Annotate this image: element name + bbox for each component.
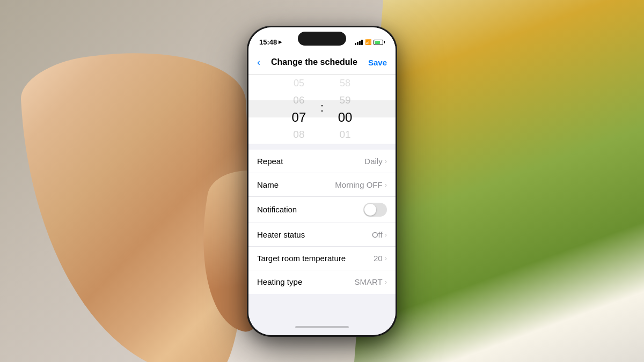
wifi-icon: 📶 [365,39,371,45]
target-temperature-value: 20 › [374,254,387,263]
phone-container: 15:48 ▶ 📶 [247,26,397,337]
target-temperature-label: Target room temperature [257,254,346,263]
heater-status-row[interactable]: Heater status Off › [248,223,396,247]
notification-toggle[interactable] [363,203,387,217]
name-row[interactable]: Name Morning OFF › [248,173,396,197]
signal-bar-2 [357,42,358,45]
navigation-bar: ‹ Change the schedule Save [248,51,396,75]
back-button[interactable]: ‹ [257,57,260,68]
minute-01: 01 [324,126,367,143]
name-label: Name [257,180,279,189]
signal-bar-1 [355,43,356,45]
phone-body: 15:48 ▶ 📶 [247,26,397,337]
minute-58: 58 [324,75,367,92]
repeat-value: Daily › [364,157,387,166]
page-title: Change the schedule [271,57,357,67]
heating-type-value-text: SMART [354,277,382,286]
location-icon: ▶ [279,40,282,45]
name-value-text: Morning OFF [335,180,382,189]
target-temperature-value-text: 20 [374,254,383,263]
battery-icon [374,40,385,45]
hour-05: 05 [277,75,320,92]
screen-content: ‹ Change the schedule Save 04 05 06 07 0… [248,51,396,335]
name-chevron: › [385,181,387,189]
phone-screen: 15:48 ▶ 📶 [248,27,396,335]
target-temperature-chevron: › [385,254,387,262]
hour-09: 09 [277,143,320,144]
heating-type-label: Heating type [257,277,302,286]
signal-bar-3 [359,41,361,45]
heater-status-chevron: › [385,231,387,239]
heating-type-chevron: › [385,278,387,286]
signal-bar-4 [361,40,363,45]
heater-status-label: Heater status [257,230,305,239]
heater-status-value-text: Off [372,230,383,239]
toggle-knob [364,204,376,216]
repeat-row[interactable]: Repeat Daily › [248,150,396,173]
settings-section: Repeat Daily › Name Morning OFF › [248,144,396,319]
signal-bars [355,39,363,45]
status-time: 15:48 ▶ [259,38,282,46]
home-bar [295,326,349,328]
home-indicator [248,319,396,335]
repeat-chevron: › [385,157,387,165]
status-bar: 15:48 ▶ 📶 [248,27,396,51]
minute-02: 02 [324,143,367,144]
save-button[interactable]: Save [368,58,387,67]
target-temperature-row[interactable]: Target room temperature 20 › [248,247,396,270]
background-right [354,0,644,362]
notification-label: Notification [257,205,297,214]
battery-tip [384,41,385,43]
minute-59: 59 [324,92,367,109]
dynamic-island [298,32,346,46]
repeat-value-text: Daily [364,157,382,166]
time-display: 15:48 [259,38,277,46]
hours-column[interactable]: 04 05 06 07 08 09 [277,75,320,144]
heating-type-value: SMART › [354,277,387,286]
time-picker[interactable]: 04 05 06 07 08 09 : 57 58 59 00 01 [248,75,396,144]
hour-06: 06 [277,92,320,109]
battery-fill [375,41,380,44]
minute-00: 00 [324,109,367,126]
battery-body [374,40,383,45]
minutes-column[interactable]: 57 58 59 00 01 02 [324,75,367,144]
heating-type-row[interactable]: Heating type SMART › [248,270,396,294]
repeat-label: Repeat [257,157,283,166]
notification-row[interactable]: Notification [248,197,396,223]
settings-group: Repeat Daily › Name Morning OFF › [248,150,396,294]
hour-07: 07 [277,109,320,126]
heater-status-value: Off › [372,230,387,239]
name-value: Morning OFF › [335,180,387,189]
hour-08: 08 [277,126,320,143]
status-icons: 📶 [355,39,385,45]
